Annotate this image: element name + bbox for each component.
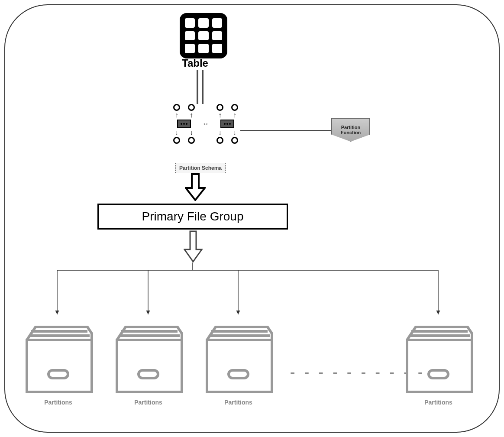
table-label: Table [182, 57, 208, 69]
down-arrow-icon [185, 173, 206, 201]
primary-file-group-label: Primary File Group [142, 210, 244, 223]
connector-line [240, 130, 331, 131]
branch-connectors [48, 262, 456, 318]
connector-double-line [202, 70, 204, 104]
partition-box: Partitions [113, 318, 184, 406]
table-icon [180, 13, 227, 58]
diagram-canvas: Table ↑↑ ↓↓ ↔ ↑↑ ↓↓ Partition Schema Par [0, 0, 504, 437]
partition-box: Partitions [203, 318, 274, 406]
svg-rect-11 [429, 370, 448, 378]
down-arrow-icon [184, 230, 203, 262]
partition-box: Partitions [403, 318, 474, 406]
partition-box: Partitions [23, 318, 94, 406]
connector-double-line [197, 70, 198, 104]
partition-label: Partitions [113, 399, 184, 406]
partition-schema-label: Partition Schema [175, 163, 226, 173]
partition-function-label: Partition Function [341, 125, 361, 135]
svg-rect-5 [139, 370, 158, 378]
partition-label: Partitions [403, 399, 474, 406]
primary-file-group-box: Primary File Group [97, 204, 288, 230]
svg-rect-8 [229, 370, 248, 378]
partition-schema-icon: ↑↑ ↓↓ ↔ ↑↑ ↓↓ [169, 104, 242, 144]
partition-label: Partitions [23, 399, 94, 406]
svg-rect-2 [48, 370, 68, 378]
partition-label: Partitions [203, 399, 274, 406]
